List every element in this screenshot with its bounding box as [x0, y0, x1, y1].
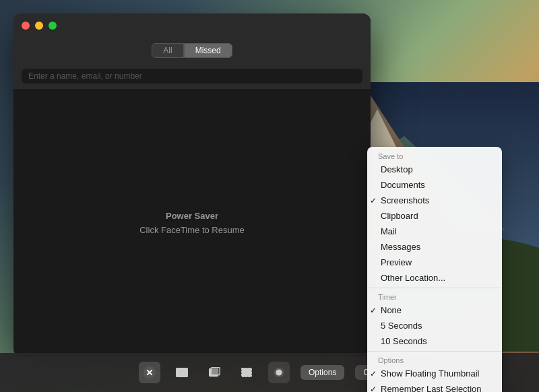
menu-item-preview[interactable]: Preview — [367, 255, 502, 270]
options-button[interactable]: Options — [300, 365, 344, 380]
menu-divider-2 — [367, 351, 502, 352]
menu-item-messages[interactable]: Messages — [367, 239, 502, 255]
fullscreen-capture-icon[interactable] — [171, 362, 193, 383]
check-icon: ✓ — [370, 196, 377, 205]
record-icon[interactable] — [268, 362, 290, 383]
check-icon: ✓ — [370, 306, 377, 315]
minimize-button[interactable] — [35, 22, 43, 30]
close-icon[interactable] — [139, 362, 160, 383]
menu-item-none[interactable]: ✓ None — [367, 302, 502, 318]
maximize-button[interactable] — [49, 22, 57, 30]
menu-item-desktop[interactable]: Desktop — [367, 162, 502, 177]
search-bar — [13, 63, 371, 89]
menu-item-screenshots[interactable]: ✓ Screenshots — [367, 193, 502, 208]
svg-rect-14 — [211, 368, 220, 375]
menu-header-options: Options — [367, 354, 502, 366]
tab-bar: All Missed — [13, 38, 371, 63]
svg-point-17 — [276, 369, 282, 375]
tab-all[interactable]: All — [152, 43, 183, 58]
svg-rect-15 — [242, 368, 252, 377]
window-capture-icon[interactable] — [203, 362, 225, 383]
close-button[interactable] — [22, 22, 30, 30]
selection-capture-icon[interactable] — [236, 362, 257, 383]
titlebar — [13, 13, 371, 38]
menu-item-mail[interactable]: Mail — [367, 224, 502, 239]
check-icon: ✓ — [370, 369, 377, 379]
menu-item-show-floating-thumbnail[interactable]: ✓ Show Floating Thumbnail — [367, 366, 502, 381]
power-saver-title: Power Saver — [139, 209, 245, 224]
menu-item-10-seconds[interactable]: 10 Seconds — [367, 333, 502, 349]
svg-rect-12 — [177, 368, 188, 377]
context-menu: Save to Desktop Documents ✓ Screenshots … — [367, 147, 502, 392]
facetime-window: All Missed Power Saver Click FaceTime to… — [13, 13, 371, 357]
check-icon: ✓ — [370, 385, 377, 393]
menu-item-documents[interactable]: Documents — [367, 177, 502, 193]
menu-item-5-seconds[interactable]: 5 Seconds — [367, 318, 502, 333]
menu-header-save-to: Save to — [367, 150, 502, 162]
power-saver-subtitle: Click FaceTime to Resume — [139, 224, 245, 238]
menu-item-remember-last-selection[interactable]: ✓ Remember Last Selection — [367, 381, 502, 392]
search-input[interactable] — [22, 69, 362, 84]
power-saver-message: Power Saver Click FaceTime to Resume — [139, 209, 245, 238]
facetime-content: Power Saver Click FaceTime to Resume — [13, 89, 371, 357]
menu-divider-1 — [367, 288, 502, 288]
menu-header-timer: Timer — [367, 290, 502, 302]
tab-missed[interactable]: Missed — [184, 43, 232, 58]
menu-item-other-location[interactable]: Other Location... — [367, 270, 502, 286]
menu-item-clipboard[interactable]: Clipboard — [367, 208, 502, 224]
